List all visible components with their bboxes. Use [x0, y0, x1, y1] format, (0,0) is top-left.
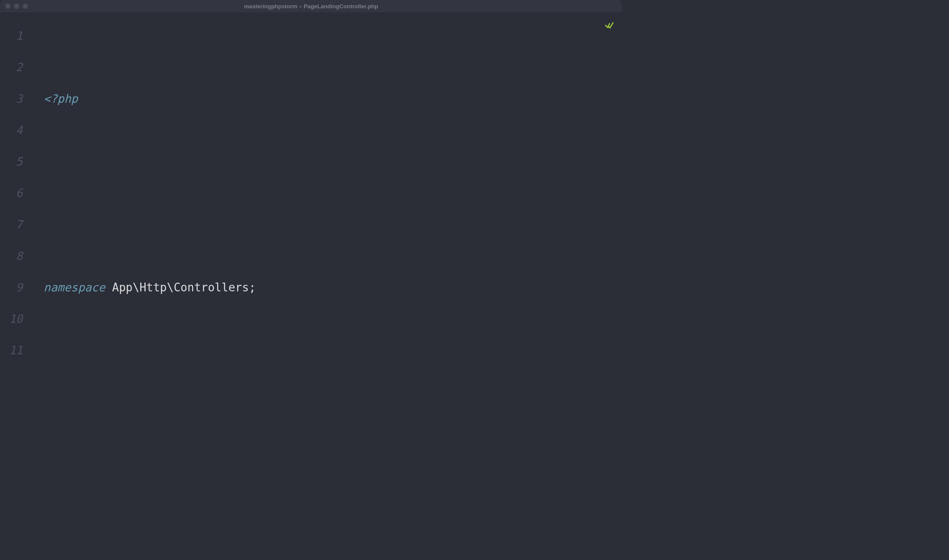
code-line[interactable]: <?php [44, 83, 622, 114]
line-number: 7 [0, 209, 23, 240]
window-title: masteringphpstorm – PageLandingControlle… [0, 3, 622, 10]
line-number: 1 [0, 20, 23, 52]
inspection-ok-icon[interactable] [604, 20, 614, 31]
namespace-path: App\Http\Controllers [105, 272, 249, 303]
keyword-namespace: namespace [44, 272, 105, 303]
line-number-gutter: 1 2 3 4 5 6 7 8 9 10 11 [0, 12, 44, 367]
semicolon: ; [249, 272, 256, 303]
line-number: 2 [0, 52, 23, 83]
line-number: 3 [0, 83, 23, 114]
editor-area[interactable]: 1 2 3 4 5 6 7 8 9 10 11 <?php namespace … [0, 12, 622, 367]
line-number: 6 [0, 177, 23, 209]
line-number: 10 [0, 303, 23, 335]
code-line[interactable] [44, 177, 622, 209]
line-number: 9 [0, 272, 23, 303]
line-number: 11 [0, 335, 23, 366]
line-number: 4 [0, 114, 23, 146]
line-number: 8 [0, 240, 23, 272]
code-pane[interactable]: <?php namespace App\Http\Controllers; cl… [44, 12, 622, 367]
window-frame: masteringphpstorm – PageLandingControlle… [0, 0, 622, 367]
line-number: 5 [0, 146, 23, 177]
close-window-button[interactable] [5, 3, 10, 9]
minimize-window-button[interactable] [14, 3, 19, 9]
title-bar: masteringphpstorm – PageLandingControlle… [0, 0, 622, 12]
maximize-window-button[interactable] [23, 3, 28, 9]
code-line[interactable]: namespace App\Http\Controllers; [44, 272, 622, 303]
php-open-tag: <?php [44, 83, 78, 114]
code-line[interactable] [44, 366, 622, 367]
traffic-lights [5, 3, 28, 9]
